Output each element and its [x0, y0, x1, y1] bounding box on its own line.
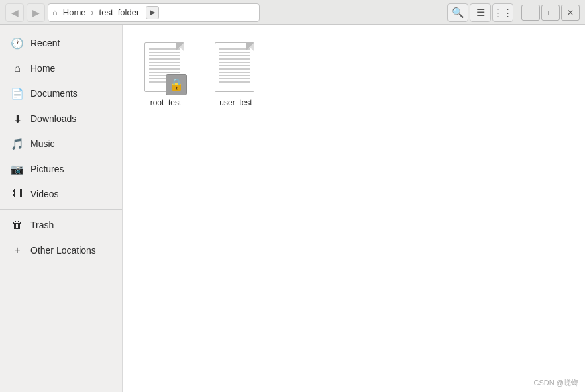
home-icon: ⌂ [11, 62, 24, 74]
chevron-right-icon: ▶ [150, 8, 155, 17]
view-grid-button[interactable]: ⋮⋮ [492, 3, 513, 22]
list-view-icon: ☰ [476, 7, 485, 19]
minimize-button[interactable]: — [521, 5, 540, 21]
sidebar-item-pictures[interactable]: 📷 Pictures [0, 156, 122, 181]
sidebar-item-home[interactable]: ⌂ Home [0, 56, 122, 81]
lock-overlay-icon: 🔒 [166, 74, 187, 95]
file-item-user_test[interactable]: user_test [206, 38, 266, 111]
sidebar-label-documents: Documents [30, 88, 78, 99]
breadcrumb-separator: › [91, 8, 94, 17]
sidebar-label-other-locations: Other Locations [30, 245, 96, 256]
music-icon: 🎵 [11, 138, 24, 150]
close-button[interactable]: ✕ [561, 5, 580, 21]
maximize-icon: □ [548, 8, 553, 17]
sidebar-item-downloads[interactable]: ⬇ Downloads [0, 106, 122, 131]
watermark: CSDN @蜣螂 [534, 378, 578, 388]
sidebar-label-downloads: Downloads [30, 113, 76, 124]
forward-button[interactable]: ▶ [27, 3, 45, 22]
pictures-icon: 📷 [11, 163, 24, 175]
breadcrumb: ⌂ Home › test_folder ▶ [48, 3, 260, 22]
file-icon-root_test: 🔒 [144, 42, 187, 95]
sidebar-label-music: Music [30, 138, 55, 149]
videos-icon: 🎞 [11, 188, 24, 200]
search-icon: 🔍 [452, 7, 464, 19]
home-icon: ⌂ [52, 7, 58, 17]
sidebar-item-other-locations[interactable]: + Other Locations [0, 238, 122, 263]
close-icon: ✕ [567, 8, 574, 17]
documents-icon: 📄 [11, 87, 24, 100]
back-button[interactable]: ◀ [5, 3, 24, 22]
sidebar: 🕐 Recent⌂ Home📄 Documents⬇ Downloads🎵 Mu… [0, 25, 123, 392]
file-label-root_test: root_test [150, 98, 182, 107]
downloads-icon: ⬇ [11, 113, 24, 125]
file-item-root_test[interactable]: 🔒root_test [136, 38, 195, 111]
breadcrumb-folder[interactable]: test_folder [97, 7, 142, 17]
trash-icon: 🗑 [11, 219, 24, 231]
file-page-fold [176, 43, 184, 51]
toolbar-right: 🔍 ☰ ⋮⋮ [447, 3, 513, 22]
maximize-button[interactable]: □ [541, 5, 560, 21]
sidebar-item-trash[interactable]: 🗑 Trash [0, 213, 122, 238]
sidebar-item-documents[interactable]: 📄 Documents [0, 81, 122, 106]
breadcrumb-home[interactable]: Home [60, 7, 89, 17]
forward-icon: ▶ [32, 7, 40, 18]
titlebar: ◀ ▶ ⌂ Home › test_folder ▶ 🔍 ☰ ⋮⋮ — □ ✕ [0, 0, 585, 25]
view-list-button[interactable]: ☰ [470, 3, 491, 22]
file-area: 🔒root_testuser_test [123, 25, 585, 392]
recent-icon: 🕐 [11, 37, 24, 50]
sidebar-label-recent: Recent [30, 38, 60, 48]
file-icon-user_test [215, 42, 257, 95]
file-label-user_test: user_test [219, 98, 252, 107]
sidebar-divider [0, 209, 122, 210]
window-controls: — □ ✕ [521, 5, 580, 21]
minimize-icon: — [527, 8, 535, 17]
sidebar-item-videos[interactable]: 🎞 Videos [0, 181, 122, 207]
sidebar-label-videos: Videos [30, 189, 59, 199]
main-content: 🕐 Recent⌂ Home📄 Documents⬇ Downloads🎵 Mu… [0, 25, 585, 392]
sidebar-label-trash: Trash [30, 220, 54, 230]
file-page-fold [246, 43, 254, 51]
other-locations-icon: + [11, 244, 24, 256]
breadcrumb-next-button[interactable]: ▶ [146, 6, 159, 19]
back-icon: ◀ [11, 7, 19, 18]
grid-view-icon: ⋮⋮ [493, 7, 513, 19]
sidebar-label-home: Home [30, 63, 55, 74]
sidebar-label-pictures: Pictures [30, 164, 64, 174]
sidebar-item-music[interactable]: 🎵 Music [0, 131, 122, 156]
sidebar-item-recent[interactable]: 🕐 Recent [0, 30, 122, 56]
file-page-bg [215, 42, 254, 92]
search-button[interactable]: 🔍 [447, 3, 468, 22]
